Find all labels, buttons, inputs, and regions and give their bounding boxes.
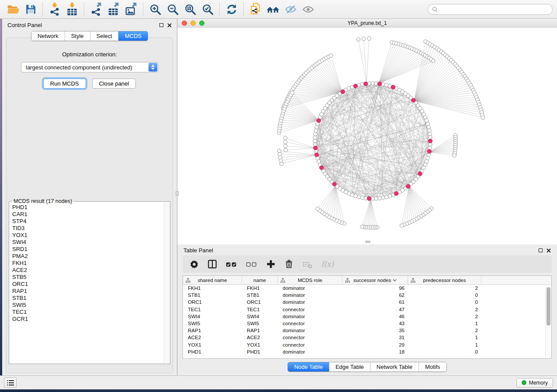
mcds-result-item[interactable]: PHD1 [12, 204, 163, 211]
float-panel-icon[interactable] [159, 23, 163, 27]
refresh-view-button[interactable] [223, 1, 240, 17]
mcds-result-item[interactable]: TID3 [12, 225, 163, 232]
table-options-button[interactable] [190, 260, 199, 269]
select-all-button[interactable] [226, 260, 237, 269]
network-canvas[interactable] [177, 28, 557, 244]
close-table-panel-icon[interactable] [547, 248, 551, 253]
hide-selected-button[interactable] [282, 1, 299, 17]
open-file-button[interactable] [4, 1, 22, 17]
tab-edge-table[interactable]: Edge Table [329, 362, 370, 371]
memory-status-icon [522, 380, 526, 385]
search-field[interactable] [428, 4, 553, 15]
cell-shared-name: STB1 [183, 292, 242, 298]
export-table-icon [108, 3, 119, 16]
tab-network-table[interactable]: Network Table [370, 362, 419, 371]
mcds-result-item[interactable]: CAR1 [12, 211, 163, 218]
add-column-button[interactable] [266, 259, 276, 269]
tab-node-table[interactable]: Node Table [288, 362, 329, 371]
zoom-fit-icon [184, 3, 196, 15]
first-neighbors-button[interactable] [264, 1, 282, 17]
tab-network[interactable]: Network [31, 31, 65, 41]
delete-column-button[interactable] [284, 259, 294, 269]
tab-mcds[interactable]: MCDS [118, 31, 148, 41]
table-row[interactable]: SWI4SWI4dominator462 [183, 313, 551, 320]
tab-style[interactable]: Style [65, 31, 90, 41]
mcds-result-item[interactable]: PMA2 [12, 253, 163, 260]
zoom-fit-button[interactable] [181, 1, 199, 17]
deselect-all-button[interactable] [246, 260, 257, 269]
table-scrollbar-thumb[interactable] [547, 287, 550, 326]
save-session-button[interactable] [22, 1, 39, 17]
table-row[interactable]: ACE2ACE2connector311 [183, 334, 551, 341]
memory-button[interactable]: Memory [516, 378, 553, 388]
cell-shared-name: ACE2 [183, 335, 242, 340]
table-row[interactable]: FKH1FKH1dominator962 [183, 285, 551, 292]
mcds-result-item[interactable]: SWI5 [12, 302, 163, 309]
column-header-name[interactable]: name [242, 276, 278, 284]
table-row[interactable]: ORC1ORC1dominator610 [183, 299, 551, 306]
network-hscroll-thumb[interactable] [365, 241, 370, 243]
table-row[interactable]: PHD1PHD1dominator180 [183, 348, 551, 355]
mcds-result-item[interactable]: SRD1 [12, 246, 163, 253]
mcds-result-item[interactable]: ORC1 [12, 281, 163, 288]
mcds-result-item[interactable]: TEC1 [12, 309, 163, 316]
mcds-result-item[interactable]: YOX1 [12, 232, 163, 239]
optimization-criterion-select[interactable]: largest connected component (undirected) [21, 62, 158, 72]
export-network-button[interactable] [87, 1, 105, 17]
import-network-button[interactable] [46, 1, 63, 17]
mcds-result-list[interactable]: PHD1CAR1STP4TID3YOX1SWI4SRD1PMA2FKH1ACE2… [12, 204, 163, 362]
mcds-result-item[interactable]: STB1 [12, 295, 163, 302]
export-table-button[interactable] [105, 1, 122, 17]
column-label: successor nodes [353, 278, 391, 283]
zoom-selected-button[interactable] [199, 1, 216, 17]
cell-shared-name: PHD1 [183, 349, 242, 354]
table-row[interactable]: SWI5SWI5connector431 [183, 320, 551, 327]
column-label: predecessor nodes [423, 278, 466, 283]
mcds-result-item[interactable]: SWI4 [12, 239, 163, 246]
duplicate-network-button[interactable] [247, 1, 264, 17]
column-header-MCDS-role[interactable]: MCDS role [278, 276, 343, 284]
export-image-button[interactable] [122, 1, 140, 17]
panel-divider-handle[interactable] [176, 191, 179, 196]
mcds-list-scrollbar[interactable] [164, 202, 170, 363]
tab-select[interactable]: Select [90, 31, 118, 41]
table-row[interactable]: YOX1YOX1connector291 [183, 341, 551, 348]
zoom-selected-icon [202, 3, 214, 15]
mcds-result-item[interactable]: ACE2 [12, 267, 163, 274]
close-panel-button[interactable]: Close panel [92, 79, 136, 89]
mcds-result-item[interactable]: RAP1 [12, 288, 163, 295]
mcds-result-item[interactable]: STB5 [12, 274, 163, 281]
task-history-button[interactable] [4, 378, 17, 388]
window-maximize-icon[interactable] [199, 21, 204, 26]
mcds-result-item[interactable]: FKH1 [12, 260, 163, 267]
export-image-icon [125, 3, 137, 16]
table-row[interactable]: STB1STB1dominator620 [183, 292, 551, 299]
window-minimize-icon[interactable] [190, 21, 196, 26]
run-mcds-button[interactable]: Run MCDS [43, 79, 86, 89]
delete-table-button[interactable] [302, 260, 312, 269]
table-scrollbar[interactable] [545, 285, 551, 358]
cytoscape-window: Control Panel NetworkStyleSelectMCDS Opt… [0, 0, 557, 392]
mcds-result-item[interactable]: STP4 [12, 218, 163, 225]
zoom-in-button[interactable] [146, 1, 164, 17]
search-input[interactable] [440, 6, 548, 12]
toolbar-separator [84, 3, 84, 16]
close-panel-icon[interactable] [167, 23, 172, 28]
column-panel-button[interactable] [208, 259, 217, 269]
window-close-icon[interactable] [182, 21, 187, 26]
column-header-successor-nodes[interactable]: successor nodes [343, 276, 408, 284]
cell-successor-nodes: 61 [343, 299, 408, 305]
zoom-out-button[interactable] [164, 1, 181, 17]
table-row[interactable]: RAP1RAP1dominator352 [183, 327, 551, 334]
table-tabs: Node TableEdge TableNetwork TableMotifs [287, 362, 446, 372]
mcds-result-item[interactable]: GCR1 [12, 316, 163, 323]
float-table-panel-icon[interactable] [539, 248, 543, 252]
show-all-button[interactable] [299, 1, 317, 17]
column-header-shared-name[interactable]: shared name [183, 276, 242, 284]
column-header-predecessor-nodes[interactable]: predecessor nodes [408, 276, 481, 284]
table-row[interactable]: TEC1TEC1connector472 [183, 306, 551, 313]
import-table-button[interactable] [63, 1, 81, 17]
tab-motifs[interactable]: Motifs [419, 362, 446, 371]
column-namespace-icon [411, 278, 415, 283]
list-icon [7, 380, 14, 386]
